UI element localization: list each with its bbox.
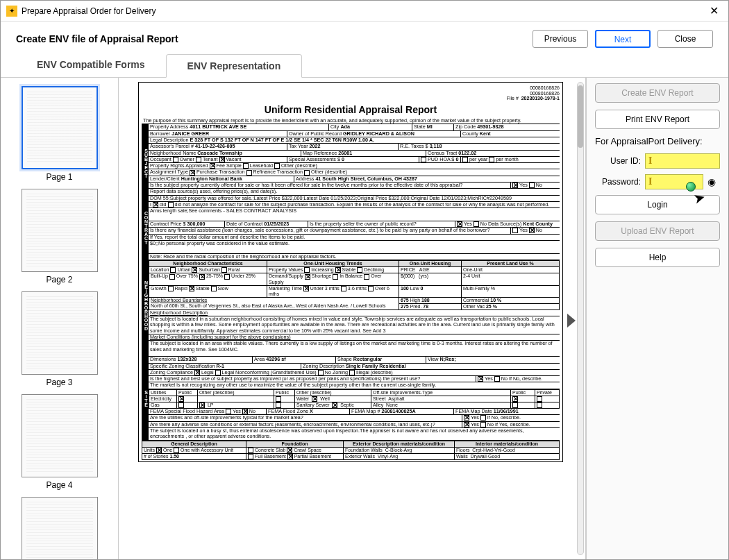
app-icon: ✦ [6,6,17,17]
zip: 49301-9328 [477,124,503,130]
m36: 3-6 mths [348,286,367,291]
report-id-1: 00080168826 [142,85,560,91]
ck-legal [194,370,200,375]
adverse-text: The subject is located on a busy st, thu… [149,428,560,440]
close-icon[interactable]: ✕ [705,4,723,17]
int-head: Interior materials/condition [455,441,560,447]
thumb-page-4[interactable] [22,394,98,477]
fw: Foundation Walls [345,448,383,452]
gas: Gas [149,402,177,408]
apn-label: Assessor's Parcel # [150,144,194,149]
nb-label: Neighborhood Boundaries [151,298,207,303]
thumb-page-5[interactable] [22,497,98,559]
preview-scrollbar[interactable] [577,82,584,555]
ifno2: If No, describe. [487,415,521,421]
login-button[interactable]: Login [595,195,720,214]
lender-label: Lender/Client [150,176,180,182]
hoa: 0 [455,157,458,162]
ck-fin-no [529,228,535,233]
tab-env-representation[interactable]: ENV Representation [166,54,303,78]
ifno: If No, describe. [509,376,542,382]
retax: 3,118 [430,144,442,149]
delivery-heading: For AppraisalPort Delivery: [595,136,720,146]
tab-env-compatible[interactable]: ENV Compatible Forms [16,53,166,77]
thumb-page-2[interactable] [22,189,98,272]
femazone: X [310,409,313,414]
ck-elec [178,396,184,402]
print-env-button[interactable]: Print ENV Report [595,110,720,129]
dsrc: DOM 55;Subject property was offered for … [149,196,560,201]
femamap-label: FEMA Map # [351,409,380,414]
ck-legaln [215,370,221,375]
fin-amt: $0;;No personal property was considered … [149,241,560,253]
state: MI [427,124,433,130]
county: Kent [480,131,491,137]
dsrc-label: Report data source(s) used, offering pri… [149,189,560,194]
pr-other: Other (describe) [281,163,317,169]
ck-tenant [196,157,201,162]
right-panel: Create ENV Report Print ENV Report For A… [586,78,728,559]
ck-permo [489,157,494,162]
ck-suburban [192,267,197,273]
adverse-q: Are there any adverse site conditions or… [149,422,462,427]
nbhd: Cascade Township [197,151,242,156]
help-button[interactable]: Help [595,248,720,267]
previous-button[interactable]: Previous [533,30,588,48]
ck-u3 [303,286,309,291]
u3: Under 3 mths [310,286,340,291]
borrower-label: Borrower [150,131,170,137]
did-label: did [160,202,167,207]
page-subtitle: Create ENV file of Appraisal Report [16,33,533,44]
section-contract: CONTRACT [142,202,149,254]
fullb: Full Basement [255,454,286,459]
septic: Septic [340,402,353,407]
ck-adv-yes [464,422,469,427]
ck-noz [318,370,324,375]
titlebar: ✦ Prepare Appraisal Order for Delivery ✕ [1,1,728,22]
ctract-label: Census Tract [428,151,457,156]
ck-2575 [199,274,205,280]
owner: GRIDLEY RICHARD & ALISON [343,131,414,137]
reveal-password-icon[interactable]: ◉ [707,176,720,187]
ck-rapid [168,286,174,291]
hbu-q: Is the highest and best use of subject p… [150,376,420,382]
borrower: JANICE GREER [171,131,209,137]
close-button[interactable]: Close [657,30,713,48]
ck-partb [287,454,293,459]
zip-label: Zip Code [455,124,476,130]
ck-o6 [368,286,374,291]
ck-didnot [168,202,174,207]
state-label: State [414,124,426,130]
thumb-label-2: Page 2 [6,275,112,285]
doc-label: Date of Contract [226,221,262,227]
thumb-label-3: Page 3 [6,377,112,387]
twofour: 2-4 Unit [463,273,480,278]
next-page-caret-icon[interactable] [567,314,576,328]
userid-input[interactable]: I [645,153,720,169]
offered-q: Is the subject property currently offere… [149,183,511,188]
ck-water-pub [276,396,281,402]
thumb-page-3[interactable] [22,291,98,375]
mc-label: Market Conditions (including support for… [150,334,291,340]
next-button[interactable]: Next [595,30,651,48]
lp: LP [208,402,214,407]
ck-purchase [190,170,195,176]
occ-tenant: Tenant [203,157,218,162]
well: Well [320,396,329,401]
view: N;Res; [439,357,455,362]
short: Shortage [312,273,331,278]
password-input[interactable]: I [645,174,703,189]
oh-head: One-Unit Housing [399,261,462,267]
urban: Urban [177,267,190,272]
low-l: Low [410,286,419,291]
shape-label: Shape [337,357,352,362]
nd-text: The subject is located in a suburban nei… [149,316,560,334]
ck-crawl [287,448,292,453]
low: 100 [401,286,409,291]
hbu-note: The market is not recognizing any other … [149,382,560,388]
crawl: Crawl Space [294,448,321,452]
mapref-label: Map Reference [303,151,337,156]
thumb-page-1[interactable] [22,86,98,169]
thumbnail-panel: Page 1 Page 2 Page 3 Page 4 Page 5 [1,78,119,559]
area: 43296 sf [266,357,285,362]
